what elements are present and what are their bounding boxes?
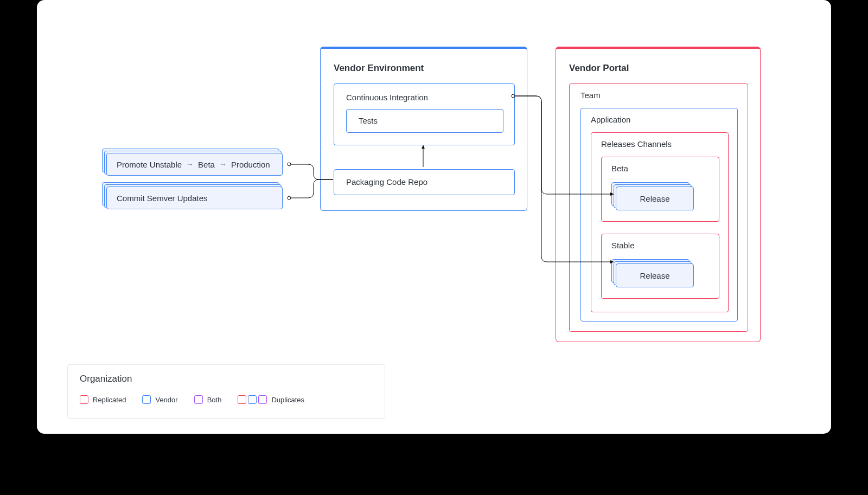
legend-item-replicated: Replicated bbox=[80, 395, 126, 404]
release-label: Release bbox=[640, 271, 669, 280]
team-label: Team bbox=[580, 91, 601, 100]
arrow-right-icon: → bbox=[219, 160, 227, 169]
promote-part-2: Beta bbox=[198, 160, 215, 169]
releases-channels-label: Releases Channels bbox=[601, 139, 672, 149]
vendor-environment-title: Vendor Environment bbox=[334, 63, 424, 74]
tests-box: Tests bbox=[346, 109, 503, 133]
promote-part-3: Production bbox=[231, 160, 270, 169]
legend-swatch-red bbox=[80, 395, 88, 404]
arrow-right-icon: → bbox=[186, 160, 194, 169]
legend-box: Organization Replicated Vendor Both bbox=[67, 364, 385, 419]
legend-swatch-blue bbox=[142, 395, 151, 404]
release-card: Release bbox=[616, 187, 694, 210]
legend-swatch-duplicates bbox=[238, 395, 267, 404]
releases-channels-box: Releases Channels Beta Release Stable bbox=[591, 132, 729, 312]
stable-channel-box: Stable Release bbox=[601, 234, 719, 299]
application-box: Application Releases Channels Beta Relea… bbox=[580, 108, 738, 322]
promote-card: Promote Unstable → Beta → Production bbox=[106, 153, 283, 176]
diagram-canvas: Vendor Environment Continuous Integratio… bbox=[37, 0, 831, 434]
tests-label: Tests bbox=[359, 116, 378, 125]
vendor-portal-box: Vendor Portal Team Application Releases … bbox=[556, 47, 761, 342]
release-card: Release bbox=[616, 263, 694, 287]
commit-card: Commit Semver Updates bbox=[106, 187, 283, 209]
legend-swatch-purple bbox=[194, 395, 203, 404]
legend-label: Duplicates bbox=[271, 396, 304, 404]
application-label: Application bbox=[591, 115, 630, 124]
vendor-environment-box: Vendor Environment Continuous Integratio… bbox=[320, 47, 527, 211]
continuous-integration-title: Continuous Integration bbox=[346, 93, 428, 102]
legend-label: Replicated bbox=[93, 396, 126, 404]
release-label: Release bbox=[640, 194, 669, 203]
legend-item-both: Both bbox=[194, 395, 222, 404]
team-box: Team Application Releases Channels Beta … bbox=[569, 83, 748, 332]
legend-item-duplicates: Duplicates bbox=[238, 395, 304, 404]
svg-point-0 bbox=[288, 163, 291, 166]
beta-channel-box: Beta Release bbox=[601, 157, 719, 222]
stable-channel-label: Stable bbox=[611, 241, 635, 250]
legend-label: Vendor bbox=[155, 396, 177, 404]
legend-item-vendor: Vendor bbox=[142, 395, 177, 404]
beta-channel-label: Beta bbox=[611, 164, 628, 173]
commit-label: Commit Semver Updates bbox=[117, 194, 208, 203]
continuous-integration-box: Continuous Integration Tests bbox=[334, 83, 515, 145]
promote-part-1: Promote Unstable bbox=[117, 160, 182, 169]
packaging-code-repo-box: Packaging Code Repo bbox=[334, 169, 515, 195]
legend-row: Replicated Vendor Both Duplicates bbox=[80, 395, 304, 404]
legend-title: Organization bbox=[80, 374, 132, 384]
legend-label: Both bbox=[207, 396, 222, 404]
packaging-code-repo-label: Packaging Code Repo bbox=[346, 177, 427, 187]
vendor-portal-title: Vendor Portal bbox=[569, 63, 629, 74]
svg-point-1 bbox=[288, 196, 291, 200]
